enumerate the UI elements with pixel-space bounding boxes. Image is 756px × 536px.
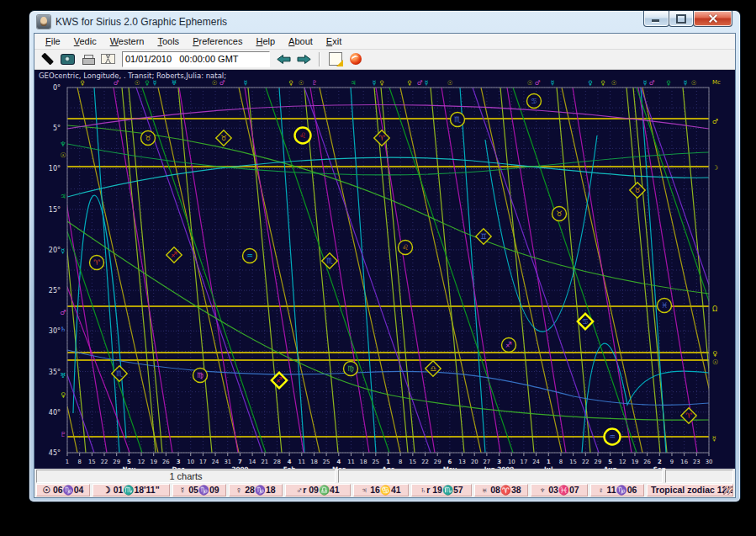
svg-text:♂: ♂ xyxy=(712,118,718,125)
minimize-button[interactable] xyxy=(643,11,669,27)
svg-text:8: 8 xyxy=(78,459,82,465)
svg-text:♀: ♀ xyxy=(80,79,85,87)
svg-text:♈: ♈ xyxy=(685,411,692,420)
svg-text:17: 17 xyxy=(199,459,207,465)
print-button[interactable] xyxy=(79,50,97,67)
step-back-button[interactable] xyxy=(275,50,293,67)
svg-text:♂: ♂ xyxy=(535,79,541,87)
menu-vedic[interactable]: Vedic xyxy=(67,34,103,48)
svg-text:1: 1 xyxy=(547,459,551,465)
svg-text:15: 15 xyxy=(88,459,96,465)
menu-help[interactable]: Help xyxy=(249,34,282,48)
moon-position: ☽ 01♏18'11" xyxy=(93,484,170,496)
svg-text:27: 27 xyxy=(484,459,491,465)
svg-text:1: 1 xyxy=(66,459,69,465)
svg-text:♅: ♅ xyxy=(60,372,66,379)
svg-text:14: 14 xyxy=(249,459,256,465)
svg-text:♂: ♂ xyxy=(649,79,655,87)
svg-text:40°: 40° xyxy=(49,409,61,417)
svg-text:♈: ♈ xyxy=(378,134,385,142)
svg-text:Jul: Jul xyxy=(543,465,552,469)
graphic-ephemeris-chart[interactable]: GEOcentric, Longitude, . Transit; Robert… xyxy=(34,70,735,469)
menu-tools[interactable]: Tools xyxy=(151,34,186,48)
svg-text:♇: ♇ xyxy=(60,431,66,438)
svg-text:22: 22 xyxy=(582,459,589,465)
svg-text:♅: ♅ xyxy=(172,79,177,87)
menu-western[interactable]: Western xyxy=(103,34,151,48)
title-bar[interactable]: KWS for Sirius 2.0 Graphic Ephemeris xyxy=(29,11,740,33)
svg-text:26: 26 xyxy=(643,459,651,465)
svg-text:May: May xyxy=(443,465,457,469)
svg-text:♌: ♌ xyxy=(402,243,409,252)
chart-wizard-button[interactable] xyxy=(326,50,344,67)
toolbar-separator xyxy=(319,52,320,66)
menu-about[interactable]: About xyxy=(282,34,320,48)
zodiac-datetime-text: Tropical zodiac 12/27/2013 16:17:28 GM xyxy=(651,485,733,495)
svg-text:♉: ♉ xyxy=(220,134,227,142)
svg-text:♍: ♍ xyxy=(347,364,354,373)
svg-text:16: 16 xyxy=(680,459,688,465)
svg-text:☉: ☉ xyxy=(611,79,617,87)
svg-text:☿: ☿ xyxy=(373,79,377,87)
svg-text:♂: ♂ xyxy=(114,79,119,87)
svg-text:♏: ♏ xyxy=(116,369,123,378)
svg-text:Aug: Aug xyxy=(604,465,617,469)
svg-text:♐: ♐ xyxy=(505,341,512,349)
svg-text:0°: 0° xyxy=(53,84,61,92)
svg-text:♏: ♏ xyxy=(326,257,333,265)
svg-text:4: 4 xyxy=(288,459,292,465)
svg-text:Jun 2009: Jun 2009 xyxy=(484,465,514,469)
svg-text:45°: 45° xyxy=(49,449,61,457)
svg-text:♀: ♀ xyxy=(379,79,384,87)
chart-wizard-icon xyxy=(329,52,342,66)
svg-text:24: 24 xyxy=(532,459,540,465)
svg-text:☉: ☉ xyxy=(212,79,218,87)
svg-text:♉: ♉ xyxy=(634,186,641,194)
svg-text:21: 21 xyxy=(261,459,268,465)
envelope-icon xyxy=(101,54,115,64)
uranus-position: ♅ 08♈38 xyxy=(474,484,528,496)
svg-text:30°: 30° xyxy=(49,327,61,335)
menu-file[interactable]: File xyxy=(39,34,67,48)
svg-text:♀: ♀ xyxy=(712,350,717,358)
svg-text:♈: ♈ xyxy=(93,258,100,267)
svg-text:☿: ☿ xyxy=(61,247,66,255)
svg-text:♃: ♃ xyxy=(60,193,66,200)
maximize-button[interactable] xyxy=(669,11,694,27)
mercury-position: ☿ 05♑09 xyxy=(172,484,226,496)
menu-exit[interactable]: Exit xyxy=(320,34,348,48)
status-row-charts: 1 charts xyxy=(34,469,735,483)
svg-text:25: 25 xyxy=(323,459,330,465)
svg-text:25: 25 xyxy=(372,459,379,465)
svg-text:8: 8 xyxy=(399,459,402,465)
svg-text:Apr: Apr xyxy=(382,465,394,469)
svg-text:♀: ♀ xyxy=(600,79,605,87)
svg-text:3: 3 xyxy=(497,459,501,465)
draw-tool-button[interactable] xyxy=(39,50,56,67)
jupiter-position: ♃ 16♋41 xyxy=(353,484,409,496)
svg-text:19: 19 xyxy=(632,459,639,465)
close-button[interactable] xyxy=(693,11,732,27)
email-button[interactable] xyxy=(99,50,117,67)
svg-text:☉: ☉ xyxy=(691,79,697,87)
svg-text:11: 11 xyxy=(298,459,305,465)
saturn-position: ♄r 19♏57 xyxy=(411,484,472,496)
svg-text:15: 15 xyxy=(569,459,577,465)
sirius-button[interactable] xyxy=(346,50,364,67)
svg-text:10: 10 xyxy=(187,459,194,465)
minimize-icon xyxy=(652,19,659,22)
svg-text:♉: ♉ xyxy=(145,134,151,142)
menu-preferences[interactable]: Preferences xyxy=(186,34,249,48)
snapshot-button[interactable] xyxy=(59,50,77,67)
svg-text:6: 6 xyxy=(447,459,452,465)
svg-text:3: 3 xyxy=(177,459,181,465)
svg-text:31: 31 xyxy=(224,459,231,465)
step-forward-button[interactable] xyxy=(295,50,313,67)
svg-text:18: 18 xyxy=(310,459,318,465)
charts-count-panel: 1 charts xyxy=(36,470,336,483)
resize-grip[interactable] xyxy=(723,486,732,495)
svg-text:☿: ☿ xyxy=(712,435,716,443)
datetime-field[interactable] xyxy=(122,51,270,67)
svg-text:☿: ☿ xyxy=(244,79,248,87)
svg-text:Sep: Sep xyxy=(653,465,666,469)
